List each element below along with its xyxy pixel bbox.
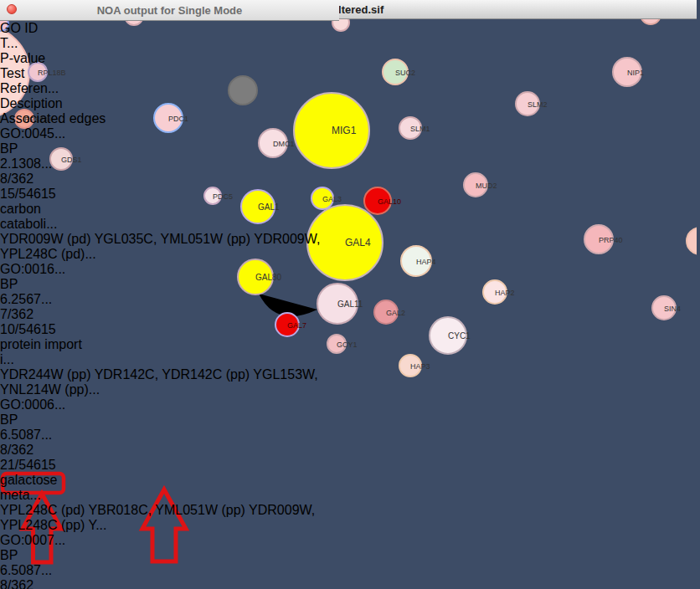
node-MSN[interactable]: [687, 228, 697, 254]
cell-pvalue: 6.2567...: [0, 292, 53, 307]
cell-pvalue: 6.5087...: [0, 428, 53, 443]
cell-reference: 15/54615: [0, 187, 58, 202]
network-edge: [422, 275, 440, 319]
cell-type: BP: [0, 277, 33, 292]
node-label-HAP2: HAP2: [495, 289, 515, 297]
node-label-CYC1: CYC1: [448, 331, 471, 341]
node-top-right-partial[interactable]: [641, 19, 661, 24]
cell-type: BP: [0, 412, 33, 428]
cell-reference: 10/54615: [0, 322, 58, 337]
window-resize-grip[interactable]: [683, 369, 696, 382]
table-header-row: GO IDT...P-valueTestReferen...Desciption…: [0, 21, 339, 126]
cell-pvalue: 2.1308...: [0, 156, 53, 172]
cell-edges: YPL248C (pd) YBR018C, YML051W (pp) YDR00…: [0, 503, 339, 533]
cell-goid: GO:0006...: [0, 397, 59, 412]
cell-description: protein import i...: [0, 337, 92, 367]
cell-description: carbon cataboli...: [0, 202, 92, 232]
node-label-GCY1: GCY1: [337, 341, 358, 349]
network-edge: [461, 300, 486, 323]
table-row-2[interactable]: GO:0016...BP6.2567...7/36210/54615protei…: [0, 262, 339, 397]
column-header-goid[interactable]: GO ID: [0, 21, 59, 36]
node-label-HAP3: HAP3: [410, 362, 430, 371]
node-label-SUC2: SUC2: [395, 69, 415, 77]
network-edge: [419, 347, 434, 359]
column-header-pvalue[interactable]: P-value: [0, 51, 53, 66]
node-label-HAP4: HAP4: [416, 258, 436, 266]
network-edge: [476, 185, 599, 239]
noa-output-window: NOA output for Single Mode GO IDT...P-va…: [0, 0, 339, 589]
cell-pvalue: 6.5087...: [0, 563, 53, 578]
column-header-type[interactable]: T...: [0, 36, 33, 51]
network-edge: [360, 80, 386, 105]
network-edge: [457, 352, 474, 382]
cell-reference: 21/54615: [0, 458, 58, 473]
window-resize-grip[interactable]: [692, 377, 696, 382]
cell-type: BP: [0, 548, 33, 563]
cell-test: 8/362: [0, 578, 50, 589]
node-label-GAL4: GAL4: [345, 237, 371, 248]
traffic-lights-inactive: [0, 5, 49, 15]
table-body: GO:0045...BP2.1308...8/36215/54615carbon…: [0, 126, 339, 589]
table-row-3[interactable]: GO:0006...BP6.5087...8/36221/54615galact…: [0, 397, 339, 533]
network-edge: [352, 161, 371, 191]
network-edge: [377, 21, 389, 60]
cell-edges: YDR009W (pd) YGL035C, YML051W (pp) YDR00…: [0, 232, 339, 262]
minimize-button[interactable]: [23, 5, 33, 15]
node-label-MUD2: MUD2: [476, 182, 497, 190]
node-label-SLM2: SLM2: [528, 100, 548, 109]
network-edge: [394, 376, 407, 382]
node-label-GAL2: GAL2: [386, 309, 405, 317]
cell-test: 8/362: [0, 443, 50, 458]
cell-edges: YDR244W (pp) YDR142C, YDR142C (pp) YGL15…: [0, 367, 339, 397]
column-header-reference[interactable]: Referen...: [0, 81, 58, 96]
column-header-description[interactable]: Desciption: [0, 96, 92, 111]
cell-goid: GO:0007...: [0, 533, 59, 548]
node-label-NIP1: NIP1: [627, 69, 644, 77]
column-header-test[interactable]: Test: [0, 66, 50, 81]
node-label-PRP40: PRP40: [599, 236, 623, 244]
zoom-button[interactable]: [39, 5, 49, 15]
cell-goid: GO:0016...: [0, 262, 59, 277]
window-resize-grip[interactable]: [687, 373, 696, 382]
cell-test: 8/362: [0, 172, 50, 187]
node-label-GAL11: GAL11: [337, 300, 363, 309]
node-label-GAL10: GAL10: [378, 197, 401, 206]
cell-goid: GO:0045...: [0, 126, 59, 141]
column-header-edges[interactable]: Associated edges: [0, 111, 339, 126]
noa-window-title: NOA output for Single Mode: [0, 4, 339, 17]
node-label-SIN4: SIN4: [664, 305, 681, 313]
noa-window-titlebar[interactable]: NOA output for Single Mode: [0, 0, 339, 21]
table-row-4[interactable]: GO:0007...BP6.5087...8/36221/54615respon…: [0, 533, 339, 589]
cell-test: 7/362: [0, 307, 50, 322]
node-label-SLM1: SLM1: [410, 125, 430, 133]
close-button[interactable]: [7, 5, 17, 15]
table-row-1[interactable]: GO:0045...BP2.1308...8/36215/54615carbon…: [0, 126, 339, 262]
cell-description: galactose meta...: [0, 473, 92, 503]
network-edge: [400, 23, 412, 61]
network-edge: [528, 72, 627, 104]
cell-type: BP: [0, 141, 33, 156]
network-edge: [385, 212, 408, 248]
